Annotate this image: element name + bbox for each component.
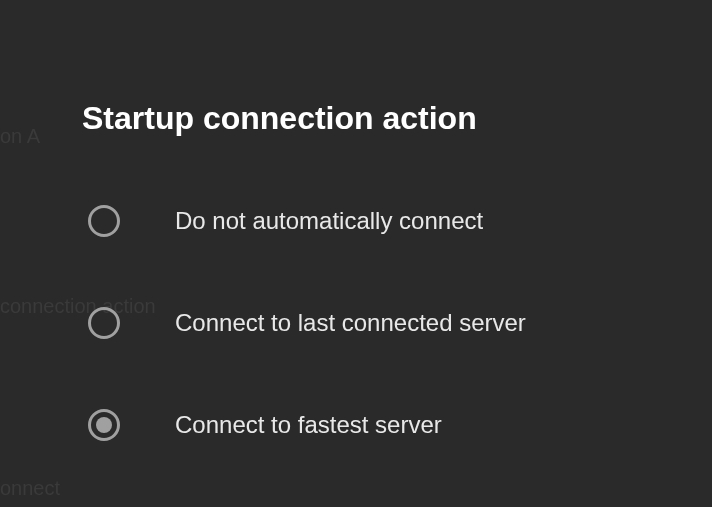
radio-option-last-server[interactable]: Connect to last connected server — [88, 307, 526, 339]
background-artifact: on A — [0, 125, 40, 148]
radio-option-fastest-server[interactable]: Connect to fastest server — [88, 409, 526, 441]
radio-options-group: Do not automatically connect Connect to … — [88, 205, 526, 507]
radio-icon — [88, 307, 120, 339]
radio-icon-selected — [88, 409, 120, 441]
radio-label: Connect to last connected server — [175, 309, 526, 337]
radio-option-do-not-connect[interactable]: Do not automatically connect — [88, 205, 526, 237]
dialog-title: Startup connection action — [82, 100, 477, 137]
radio-icon — [88, 205, 120, 237]
radio-label: Do not automatically connect — [175, 207, 483, 235]
background-artifact: onnect — [0, 477, 60, 500]
radio-label: Connect to fastest server — [175, 411, 442, 439]
